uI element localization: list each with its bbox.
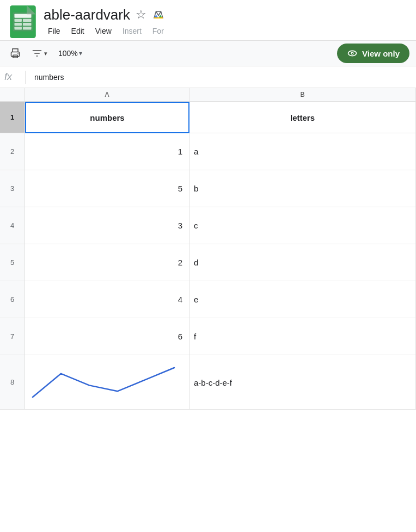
row-number-6: 6 <box>0 281 25 318</box>
cell-a5-value: 2 <box>178 258 182 267</box>
cell-a8[interactable] <box>25 355 189 410</box>
formula-content: numbers <box>30 73 64 82</box>
svg-rect-6 <box>14 23 21 26</box>
row-number-7: 7 <box>0 318 25 355</box>
cell-b3-value: b <box>194 184 198 193</box>
row-num-header <box>0 88 25 101</box>
row-number-5: 5 <box>0 244 25 281</box>
zoom-arrow-icon: ▾ <box>79 50 82 57</box>
cell-a1[interactable]: numbers <box>25 102 189 133</box>
cell-b6-value: e <box>194 295 198 304</box>
drive-icon[interactable] <box>152 8 165 21</box>
formula-bar: fx numbers <box>0 66 416 88</box>
print-icon <box>10 48 21 59</box>
spreadsheet-grid: A B 1 numbers letters 2 1 a 3 5 b 4 <box>0 88 416 410</box>
cell-a6-value: 4 <box>178 295 182 304</box>
row-number-4: 4 <box>0 207 25 244</box>
menu-view[interactable]: View <box>91 24 116 38</box>
svg-point-15 <box>352 53 353 54</box>
cell-a7-value: 6 <box>178 332 182 341</box>
view-only-label: View only <box>362 49 400 58</box>
cell-b3[interactable]: b <box>189 170 416 207</box>
app-header: able-aardvark ☆ File Edit View Insert Fo… <box>0 0 416 40</box>
row-number-3: 3 <box>0 170 25 207</box>
table-row: 2 1 a <box>0 133 416 170</box>
doc-title: able-aardvark <box>44 7 130 23</box>
zoom-label: 100% <box>58 49 78 58</box>
table-row: 4 3 c <box>0 207 416 244</box>
table-row: 7 6 f <box>0 318 416 355</box>
table-row: 3 5 b <box>0 170 416 207</box>
cell-b4-value: c <box>194 221 198 230</box>
cell-b5[interactable]: d <box>189 244 416 281</box>
cell-b8[interactable]: a-b-c-d-e-f <box>189 355 416 410</box>
menu-edit[interactable]: Edit <box>67 24 89 38</box>
menu-file[interactable]: File <box>44 24 65 38</box>
cell-b5-value: d <box>194 258 198 267</box>
print-button[interactable] <box>7 45 24 62</box>
cell-a2[interactable]: 1 <box>25 133 189 170</box>
menu-bar: File Edit View Insert For <box>44 24 407 38</box>
cell-b4[interactable]: c <box>189 207 416 244</box>
svg-point-12 <box>17 53 19 54</box>
svg-rect-10 <box>11 52 20 57</box>
row-number-1: 1 <box>0 102 25 133</box>
table-row: 8 a-b-c-d-e-f <box>0 355 416 410</box>
sheets-logo <box>9 5 37 38</box>
table-row: 6 4 e <box>0 281 416 318</box>
cell-a4-value: 3 <box>178 221 182 230</box>
svg-rect-8 <box>14 27 21 29</box>
cell-b2[interactable]: a <box>189 133 416 170</box>
cell-a1-value: numbers <box>90 113 124 122</box>
table-row: 1 numbers letters <box>0 102 416 133</box>
star-icon[interactable]: ☆ <box>136 8 146 22</box>
cell-b7[interactable]: f <box>189 318 416 355</box>
doc-title-row: able-aardvark ☆ <box>44 7 407 23</box>
cell-a7[interactable]: 6 <box>25 318 189 355</box>
cell-b8-value: a-b-c-d-e-f <box>194 378 232 387</box>
svg-rect-3 <box>14 14 31 18</box>
cell-b6[interactable]: e <box>189 281 416 318</box>
cell-b1-value: letters <box>290 113 315 122</box>
cell-a3-value: 5 <box>178 184 182 193</box>
cell-a5[interactable]: 2 <box>25 244 189 281</box>
table-row: 5 2 d <box>0 244 416 281</box>
fx-label: fx <box>4 71 21 83</box>
header-right: able-aardvark ☆ File Edit View Insert Fo… <box>44 7 407 38</box>
filter-arrow-icon: ▾ <box>44 50 47 57</box>
cell-a6[interactable]: 4 <box>25 281 189 318</box>
column-header-a[interactable]: A <box>25 88 189 101</box>
svg-rect-5 <box>23 19 32 22</box>
svg-rect-7 <box>23 23 32 26</box>
view-only-button[interactable]: View only <box>337 44 409 63</box>
cell-a4[interactable]: 3 <box>25 207 189 244</box>
cell-a2-value: 1 <box>178 147 182 156</box>
svg-rect-4 <box>14 19 21 22</box>
column-headers: A B <box>0 88 416 102</box>
cell-a3[interactable]: 5 <box>25 170 189 207</box>
menu-format: For <box>148 24 168 38</box>
menu-insert: Insert <box>118 24 146 38</box>
sparkline-chart <box>27 365 180 400</box>
row-number-8: 8 <box>0 355 25 409</box>
zoom-control[interactable]: 100% ▾ <box>55 47 85 60</box>
cell-b2-value: a <box>194 147 198 156</box>
svg-rect-9 <box>23 27 32 29</box>
eye-icon <box>347 48 358 59</box>
row-number-2: 2 <box>0 133 25 170</box>
cell-b1[interactable]: letters <box>189 102 416 133</box>
column-header-b[interactable]: B <box>189 88 416 101</box>
cell-b7-value: f <box>194 332 196 341</box>
filter-button[interactable]: ▾ <box>28 45 51 62</box>
toolbar: ▾ 100% ▾ View only <box>0 40 416 66</box>
formula-divider <box>25 71 26 84</box>
filter-icon <box>32 48 42 59</box>
